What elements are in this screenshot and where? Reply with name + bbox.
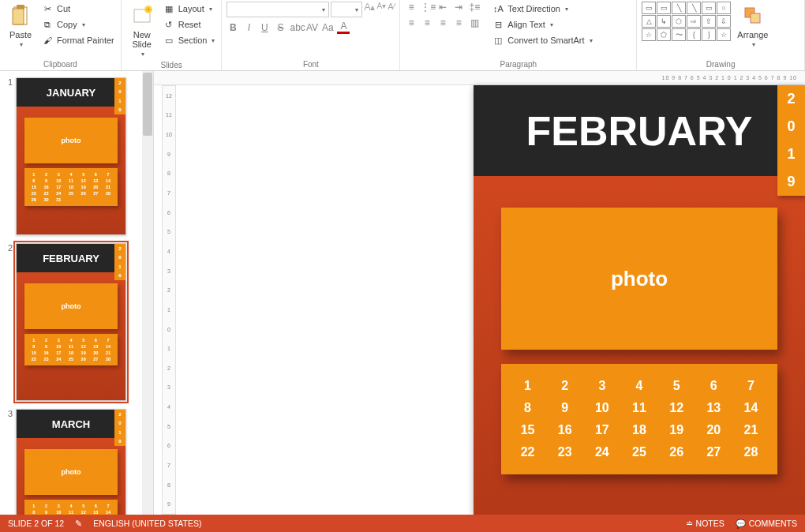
workspace: 1JANUARY2019photo12345678910111213141516… [0, 71, 805, 515]
spellcheck-icon[interactable]: ✎ [75, 519, 82, 528]
calendar-day: 28 [732, 441, 769, 463]
font-size-select[interactable]: ▾ [331, 2, 362, 17]
font-family-select[interactable]: ▾ [227, 2, 329, 17]
section-button[interactable]: ▭ Section▾ [161, 33, 217, 47]
calendar-day: 22 [509, 441, 546, 463]
new-slide-button[interactable]: NewSlide ▾ [126, 2, 158, 59]
language-indicator[interactable]: ENGLISH (UNITED STATES) [93, 519, 201, 528]
thumb-number: 2 [5, 243, 16, 401]
status-bar: SLIDE 2 OF 12 ✎ ENGLISH (UNITED STATES) … [0, 515, 805, 532]
columns-button[interactable]: ▥ [468, 17, 481, 28]
slide-header: FEBRUARY 2019 [474, 85, 805, 176]
justify-button[interactable]: ≡ [452, 17, 465, 28]
paste-button[interactable]: Paste ▾ [5, 2, 36, 50]
slide-year[interactable]: 2019 [777, 85, 805, 196]
group-label: Drawing [642, 58, 799, 70]
cut-button[interactable]: ✂ Cut [39, 2, 116, 16]
brush-icon: 🖌 [41, 34, 54, 47]
text-direction-button[interactable]: ↕A Text Direction▾ [490, 2, 593, 16]
format-painter-button[interactable]: 🖌 Format Painter [39, 33, 116, 47]
increase-font-icon[interactable]: A▴ [364, 2, 375, 17]
calendar-day: 26 [658, 441, 695, 463]
calendar-day: 13 [695, 397, 732, 419]
reset-icon: ↺ [163, 18, 175, 31]
thumb-title: FEBRUARY2019 [17, 244, 125, 272]
calendar-day: 27 [695, 441, 732, 463]
chevron-down-icon: ▾ [82, 21, 85, 28]
svg-rect-2 [13, 9, 24, 24]
smartart-icon: ◫ [492, 34, 504, 47]
spacing-button[interactable]: AV [305, 22, 318, 33]
slide-indicator[interactable]: SLIDE 2 OF 12 [8, 519, 64, 528]
strike-button[interactable]: S [274, 22, 286, 33]
layout-icon: ▦ [163, 2, 175, 15]
align-right-button[interactable]: ≡ [436, 17, 449, 28]
new-slide-label: NewSlide [133, 30, 152, 49]
bold-button[interactable]: B [227, 22, 239, 33]
thumb-photo: photo [24, 449, 118, 495]
copy-button[interactable]: ⧉ Copy ▾ [39, 17, 116, 32]
thumb-photo: photo [24, 283, 118, 329]
smartart-button[interactable]: ◫ Convert to SmartArt▾ [490, 33, 593, 47]
shapes-gallery[interactable]: ▭▭╲╲▭○ △↳⬡⇨⇧⇩ ☆⬠〜{}☆ [642, 2, 731, 41]
calendar-day: 14 [732, 397, 769, 419]
align-left-button[interactable]: ≡ [405, 17, 417, 28]
bullets-button[interactable]: ≡ [405, 2, 417, 13]
thumb-calendar: 1234567891011121314151617181920212223242… [24, 168, 118, 206]
thumb-year: 2019 [114, 244, 125, 280]
slide-thumbnail[interactable]: FEBRUARY2019photo12345678910111213141516… [16, 243, 126, 401]
clear-format-icon[interactable]: A⁄ [388, 2, 395, 17]
scrollbar[interactable] [142, 71, 153, 515]
calendar-day: 7 [732, 375, 769, 397]
reset-button[interactable]: ↺ Reset [161, 17, 217, 32]
indent-inc-button[interactable]: ⇥ [452, 2, 465, 13]
thumb-number: 1 [5, 77, 16, 235]
italic-button[interactable]: I [242, 22, 255, 33]
ruler-vertical: 1211109876543210123456789 [162, 85, 176, 515]
ruler-horizontal: 10 9 8 7 6 5 4 3 2 1 0 1 2 3 4 5 6 7 8 9… [154, 71, 805, 85]
line-spacing-button[interactable]: ‡≡ [468, 2, 481, 13]
decrease-font-icon[interactable]: A▾ [376, 2, 386, 17]
numbering-button[interactable]: ⋮≡ [421, 2, 433, 13]
slide-panel[interactable]: 1JANUARY2019photo12345678910111213141516… [0, 71, 154, 515]
notes-button[interactable]: ≐ NOTES [686, 519, 724, 528]
align-text-button[interactable]: ⊟ Align Text▾ [490, 17, 593, 32]
font-color-button[interactable]: A [337, 21, 350, 34]
calendar-day: 17 [583, 419, 620, 441]
align-center-button[interactable]: ≡ [421, 17, 433, 28]
photo-placeholder[interactable]: photo [501, 208, 777, 350]
calendar-box[interactable]: 1234567891011121314151617181920212223242… [501, 364, 777, 474]
slide-title[interactable]: FEBRUARY [526, 107, 753, 155]
chevron-down-icon: ▾ [141, 51, 144, 58]
group-drawing: ▭▭╲╲▭○ △↳⬡⇨⇧⇩ ☆⬠〜{}☆ Arrange ▾ Drawing [637, 0, 805, 70]
calendar-day: 11 [620, 397, 657, 419]
arrange-button[interactable]: Arrange ▾ [734, 2, 771, 50]
thumb-calendar: 1234567891011121314151617181920212223242… [24, 500, 118, 515]
group-label: Font [227, 58, 395, 70]
case-button[interactable]: Aa [321, 22, 334, 33]
scrollbar-thumb[interactable] [143, 73, 152, 136]
slide-thumbnail[interactable]: JANUARY2019photo123456789101112131415161… [16, 77, 126, 235]
calendar-day: 19 [658, 419, 695, 441]
calendar-day: 4 [620, 375, 657, 397]
group-paragraph: ≡ ⋮≡ ⇤ ⇥ ‡≡ ≡ ≡ ≡ ≡ ▥ ↕A Text Direction▾ [400, 0, 637, 70]
calendar-day: 24 [583, 441, 620, 463]
chevron-down-icon: ▾ [20, 41, 23, 48]
indent-dec-button[interactable]: ⇤ [436, 2, 449, 13]
calendar-day: 1 [509, 375, 546, 397]
thumb-title: JANUARY2019 [17, 78, 125, 107]
layout-button[interactable]: ▦ Layout▾ [161, 2, 217, 16]
shadow-button[interactable]: abc [290, 22, 302, 33]
group-slides: NewSlide ▾ ▦ Layout▾ ↺ Reset ▭ Section▾ … [122, 0, 223, 70]
section-icon: ▭ [163, 34, 175, 47]
slide-canvas[interactable]: FEBRUARY 2019 photo 12345678910111213141… [474, 85, 805, 515]
underline-button[interactable]: U [258, 22, 271, 33]
slide-editor: 10 9 8 7 6 5 4 3 2 1 0 1 2 3 4 5 6 7 8 9… [154, 71, 805, 515]
calendar-day: 16 [546, 419, 583, 441]
slide-thumbnail[interactable]: MARCH2019photo12345678910111213141516171… [16, 409, 126, 515]
group-label: Clipboard [5, 58, 116, 70]
calendar-day: 2 [546, 375, 583, 397]
comments-button[interactable]: 💬 COMMENTS [736, 519, 797, 529]
calendar-day: 9 [546, 397, 583, 419]
arrange-icon [740, 3, 766, 28]
